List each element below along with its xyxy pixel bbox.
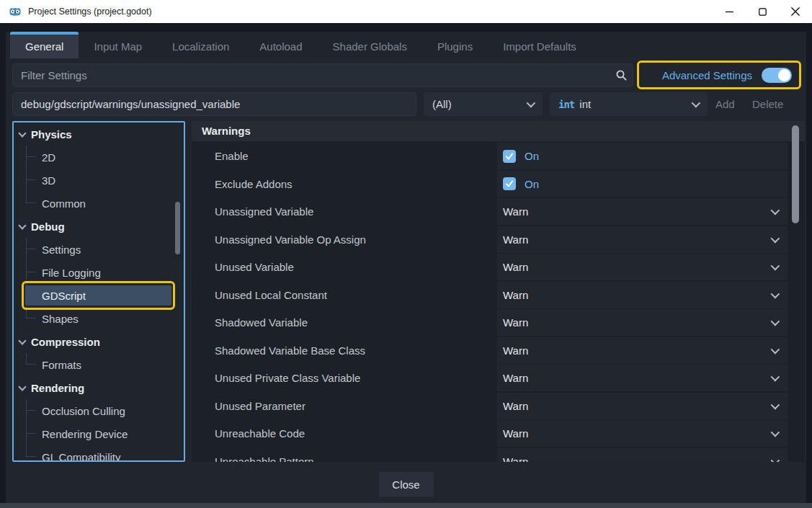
tab-localization[interactable]: Localization bbox=[157, 32, 244, 58]
property-label: Unused Variable bbox=[215, 254, 294, 280]
dropdown-value: Warn bbox=[503, 455, 528, 463]
maximize-icon bbox=[759, 8, 767, 16]
maximize-button[interactable] bbox=[746, 0, 779, 23]
property-value-dropdown[interactable]: Warn bbox=[497, 226, 788, 253]
dropdown-value: Warn bbox=[503, 289, 528, 301]
tree-item-formats[interactable]: Formats bbox=[14, 353, 184, 376]
chevron-down-icon bbox=[771, 400, 780, 409]
property-value-dropdown[interactable]: Warn bbox=[497, 282, 788, 308]
close-button[interactable]: Close bbox=[378, 472, 433, 497]
property-label: Shadowed Variable Base Class bbox=[215, 337, 365, 364]
advanced-settings-label[interactable]: Advanced Settings bbox=[662, 69, 752, 81]
tree-item-gl-compatibility[interactable]: GL Compatibility bbox=[14, 445, 184, 462]
chevron-down-icon bbox=[771, 373, 780, 382]
type-dropdown[interactable]: int int bbox=[550, 92, 708, 116]
property-label: Unused Local Constant bbox=[215, 282, 327, 308]
property-label: Unused Private Class Variable bbox=[215, 365, 360, 391]
property-bar: (All) int int Add Delete bbox=[6, 92, 806, 116]
tree-connector bbox=[26, 422, 36, 434]
property-value-dropdown[interactable]: Warn bbox=[497, 365, 788, 391]
minimize-button[interactable] bbox=[713, 0, 746, 23]
tab-input-map[interactable]: Input Map bbox=[79, 32, 157, 58]
chevron-down-icon bbox=[527, 99, 536, 108]
property-value-dropdown[interactable]: Warn bbox=[497, 337, 788, 364]
property-row-unreachable-pattern: Unreachable Pattern Warn bbox=[192, 448, 805, 463]
chevron-down-icon bbox=[771, 317, 780, 326]
inspector-panel: Warnings Enable On Exclude Addons On Una… bbox=[192, 121, 805, 462]
add-button[interactable]: Add bbox=[715, 92, 735, 116]
property-value-dropdown[interactable]: Warn bbox=[497, 254, 788, 280]
tree-item-rendering-device[interactable]: Rendering Device bbox=[14, 422, 184, 445]
project-settings-window: Project Settings (project.godot) General… bbox=[0, 0, 812, 508]
tree-item-file-logging[interactable]: File Logging bbox=[14, 261, 184, 284]
property-value-dropdown[interactable]: Warn bbox=[497, 420, 788, 447]
dropdown-value: Warn bbox=[503, 233, 528, 246]
feature-filter-dropdown[interactable]: (All) bbox=[424, 92, 543, 116]
checkbox-checked-icon[interactable] bbox=[503, 150, 516, 163]
property-label: Unused Parameter bbox=[215, 393, 305, 419]
tab-shader-globals[interactable]: Shader Globals bbox=[318, 32, 422, 58]
property-row-shadowed-variable-base-class: Shadowed Variable Base Class Warn bbox=[192, 337, 805, 364]
property-row-enable: Enable On bbox=[192, 143, 805, 169]
inspector-scrollbar-thumb[interactable] bbox=[792, 125, 799, 223]
dropdown-value: Warn bbox=[503, 316, 528, 329]
tree-category-physics[interactable]: Physics bbox=[14, 122, 184, 146]
property-value-dropdown[interactable]: Warn bbox=[497, 198, 788, 225]
tree-category-compression[interactable]: Compression bbox=[14, 330, 184, 353]
tree-connector bbox=[26, 307, 36, 318]
property-value-dropdown[interactable]: Warn bbox=[497, 393, 788, 419]
property-path-input[interactable] bbox=[12, 92, 416, 116]
tree-item-common[interactable]: Common bbox=[14, 192, 184, 215]
delete-button[interactable]: Delete bbox=[752, 92, 783, 116]
tab-import-defaults[interactable]: Import Defaults bbox=[488, 32, 592, 58]
tree-connector bbox=[26, 192, 36, 203]
tree-connector bbox=[26, 238, 36, 249]
type-value: int bbox=[579, 98, 591, 110]
tab-autoload[interactable]: Autoload bbox=[244, 32, 317, 58]
tree-connector bbox=[26, 146, 36, 157]
tab-bar: GeneralInput MapLocalizationAutoloadShad… bbox=[6, 32, 806, 58]
checkbox-state-label: On bbox=[525, 178, 539, 190]
property-label: Shadowed Variable bbox=[215, 309, 308, 336]
property-row-unused-local-constant: Unused Local Constant Warn bbox=[192, 282, 805, 308]
property-value-dropdown[interactable]: Warn bbox=[497, 448, 788, 463]
property-value-dropdown[interactable]: Warn bbox=[497, 309, 788, 336]
property-value-cell: On bbox=[497, 143, 788, 169]
project-settings-dialog: GeneralInput MapLocalizationAutoloadShad… bbox=[6, 32, 806, 503]
property-row-unused-parameter: Unused Parameter Warn bbox=[192, 393, 805, 419]
chevron-down-icon bbox=[771, 233, 780, 243]
tree-item-2d[interactable]: 2D bbox=[14, 146, 184, 169]
tree-item-3d[interactable]: 3D bbox=[14, 169, 184, 192]
chevron-down-icon bbox=[771, 262, 780, 271]
minimize-icon bbox=[726, 8, 733, 16]
settings-tree-panel: Physics 2D 3D Common Debug Settings File… bbox=[12, 121, 185, 462]
toggle-knob bbox=[778, 69, 790, 81]
tab-general[interactable]: General bbox=[10, 32, 79, 58]
property-label: Unassigned Variable Op Assign bbox=[215, 226, 366, 253]
dropdown-value: Warn bbox=[503, 205, 528, 218]
close-window-button[interactable] bbox=[779, 0, 812, 23]
tree-item-shapes[interactable]: Shapes bbox=[14, 307, 184, 330]
property-row-unused-variable: Unused Variable Warn bbox=[192, 254, 805, 280]
filter-settings-input[interactable] bbox=[12, 63, 633, 87]
chevron-down-icon bbox=[771, 206, 780, 215]
checkbox-state-label: On bbox=[525, 150, 539, 162]
dropdown-value: Warn bbox=[503, 344, 528, 357]
tab-plugins[interactable]: Plugins bbox=[422, 32, 488, 58]
property-label: Enable bbox=[215, 143, 249, 169]
tree-connector bbox=[26, 434, 27, 445]
tree-scrollbar-thumb[interactable] bbox=[175, 202, 180, 254]
checkbox-checked-icon[interactable] bbox=[503, 177, 516, 190]
tree-connector bbox=[26, 445, 36, 457]
tree-item-settings[interactable]: Settings bbox=[14, 238, 184, 261]
chevron-down-icon bbox=[692, 99, 701, 108]
tree-category-rendering[interactable]: Rendering bbox=[14, 376, 184, 399]
property-row-unassigned-variable-op-assign: Unassigned Variable Op Assign Warn bbox=[192, 226, 805, 253]
tree-category-debug[interactable]: Debug bbox=[14, 215, 184, 238]
tree-item-occlusion-culling[interactable]: Occlusion Culling bbox=[14, 399, 184, 422]
chevron-down-icon bbox=[771, 428, 780, 437]
advanced-settings-toggle[interactable] bbox=[762, 68, 792, 83]
property-label: Exclude Addons bbox=[215, 171, 293, 197]
chevron-down-icon bbox=[771, 455, 780, 462]
tree-item-gdscript[interactable]: GDScript bbox=[14, 284, 184, 307]
